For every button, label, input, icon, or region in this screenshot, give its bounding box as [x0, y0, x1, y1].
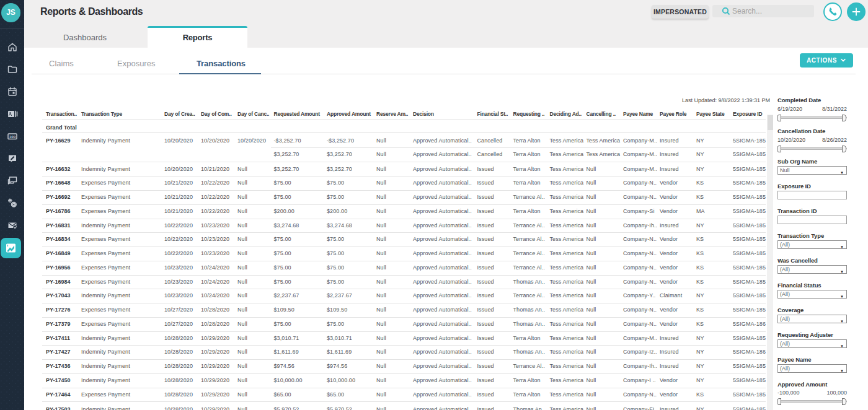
- svg-text:100: 100: [9, 134, 16, 138]
